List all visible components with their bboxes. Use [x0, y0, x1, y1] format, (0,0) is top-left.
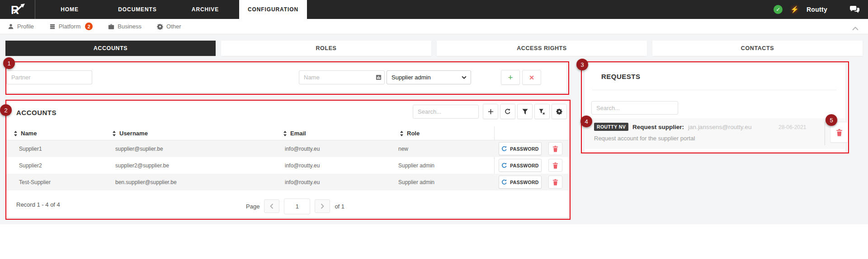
grid-icon[interactable]: [376, 74, 382, 80]
filter-button[interactable]: [517, 104, 533, 119]
cell-name: Supplier2: [19, 162, 42, 169]
sort-icon: [14, 131, 18, 136]
requests-search-input[interactable]: [591, 101, 678, 115]
config-subnav: Profile Platform 2 Business Other: [0, 19, 868, 34]
sort-icon: [112, 131, 116, 136]
tab-contacts[interactable]: CONTACTS: [652, 41, 863, 56]
column-header-name[interactable]: Name: [14, 126, 37, 140]
subnav-item-business[interactable]: Business: [108, 23, 142, 30]
filter-field-partner: [6, 70, 92, 84]
column-header-username[interactable]: Username: [112, 126, 148, 140]
password-refresh-icon: [501, 162, 507, 168]
delete-account-button[interactable]: [548, 159, 562, 172]
company-badge: ROUTTY NV: [594, 123, 628, 131]
cell-email: info@routty.eu: [285, 179, 320, 185]
password-refresh-icon: [501, 146, 507, 152]
clear-filter-button[interactable]: [534, 104, 550, 119]
accounts-table-body: Supplier1 supplier@suplier.be info@routt…: [6, 140, 569, 190]
prev-page-button[interactable]: [264, 199, 279, 213]
sort-icon: [283, 131, 287, 136]
tab-accounts[interactable]: ACCOUNTS: [5, 41, 216, 56]
topbar-status-cluster: ✓ ⚡ Routty: [774, 0, 860, 19]
account-filter-panel: Supplier admin + ✕: [6, 64, 566, 92]
cell-email: info@routty.eu: [285, 146, 320, 152]
cell-email: info@routty.eu: [285, 162, 320, 169]
column-header-role[interactable]: Role: [400, 126, 420, 140]
account-row-supplier2: Supplier2 supplier2@supplier.be info@rou…: [6, 157, 569, 174]
user-icon: [8, 23, 14, 30]
topnav-item-documents[interactable]: DOCUMENTS: [104, 0, 171, 19]
chevron-up-icon[interactable]: [852, 24, 859, 32]
account-row-supplier1: Supplier1 supplier@suplier.be info@routt…: [6, 140, 569, 157]
delete-request-button[interactable]: [830, 122, 848, 143]
sort-icon: [400, 131, 404, 136]
layers-icon: [49, 23, 56, 30]
reset-password-button[interactable]: PASSWORD: [499, 176, 542, 189]
accounts-search-input[interactable]: [413, 105, 479, 119]
request-date: 28-06-2021: [778, 124, 806, 130]
topnav-item-configuration[interactable]: CONFIGURATION: [239, 0, 307, 19]
reset-password-button[interactable]: PASSWORD: [499, 142, 542, 155]
trash-icon: [552, 162, 558, 169]
add-row-button[interactable]: [483, 104, 498, 119]
add-account-button[interactable]: +: [501, 70, 520, 85]
reset-password-button[interactable]: PASSWORD: [499, 159, 542, 172]
pagination: Page of 1: [246, 198, 344, 215]
request-divider: [825, 122, 825, 145]
gear-icon: [556, 108, 562, 115]
requests-title: REQUESTS: [601, 73, 641, 80]
page-number-input[interactable]: [284, 199, 310, 214]
accounts-panel: ACCOUNTS Name Username Email Role: [6, 101, 569, 217]
brand-label: Routty: [807, 6, 827, 13]
funnel-icon: [522, 109, 528, 115]
subnav-item-profile[interactable]: Profile: [8, 23, 34, 30]
plus-icon: [488, 109, 494, 115]
main-nav: HOMEDOCUMENTSARCHIVECONFIGURATION: [36, 0, 307, 19]
table-header-row: Name Username Email Role: [6, 126, 569, 140]
filter-field-input[interactable]: [6, 70, 92, 84]
trash-icon: [552, 179, 558, 185]
table-settings-button[interactable]: [552, 104, 567, 119]
role-select[interactable]: Supplier admin: [387, 70, 471, 84]
refresh-button[interactable]: [500, 104, 515, 119]
tab-roles[interactable]: ROLES: [221, 41, 431, 56]
next-page-button[interactable]: [315, 199, 330, 213]
plus-icon: +: [508, 73, 513, 83]
top-navigation-bar: R HOMEDOCUMENTSARCHIVECONFIGURATION ✓ ⚡ …: [0, 0, 868, 19]
subnav-item-platform[interactable]: Platform 2: [49, 23, 93, 30]
cell-username: ben.supplier@supplier.be: [115, 179, 177, 185]
column-header-email[interactable]: Email: [283, 126, 306, 140]
refresh-icon: [505, 108, 511, 115]
cell-role: Supplier admin: [398, 162, 434, 169]
filter-field-name: [299, 70, 385, 84]
delete-account-button[interactable]: [548, 176, 562, 189]
chevron-right-icon: [321, 204, 324, 209]
cell-username: supplier@suplier.be: [115, 146, 163, 152]
subnav-item-other[interactable]: Other: [157, 23, 181, 30]
status-check-icon[interactable]: ✓: [774, 5, 783, 14]
filter-field-input[interactable]: [299, 70, 385, 84]
topnav-item-home[interactable]: HOME: [36, 0, 104, 19]
requests-panel: REQUESTS ROUTTY NV Request supplier: jan…: [585, 63, 845, 153]
page-label: Page: [246, 203, 259, 210]
briefcase-icon: [108, 23, 114, 30]
chat-icon[interactable]: [849, 5, 860, 14]
delete-account-button[interactable]: [548, 142, 562, 155]
routty-logo-icon[interactable]: R: [0, 0, 35, 19]
accounts-title: ACCOUNTS: [16, 109, 57, 116]
trash-icon: [552, 145, 558, 152]
tab-access-rights[interactable]: ACCESS RIGHTS: [437, 41, 647, 56]
lightning-icon: ⚡: [790, 5, 799, 14]
cell-role: Supplier admin: [398, 179, 434, 185]
topnav-item-archive[interactable]: ARCHIVE: [171, 0, 239, 19]
platform-count-badge: 2: [85, 23, 93, 30]
request-description: Request account for the supplier portal: [594, 135, 695, 142]
clear-filter-button[interactable]: ✕: [522, 70, 541, 85]
section-tabs: ACCOUNTSROLESACCESS RIGHTSCONTACTS: [5, 41, 863, 56]
account-row-test-supplier: Test-Supplier ben.supplier@supplier.be i…: [6, 174, 569, 190]
page-of-label: of 1: [335, 203, 344, 210]
chevron-down-icon: [462, 76, 467, 79]
chevron-left-icon: [270, 204, 274, 209]
trash-icon: [836, 129, 843, 136]
request-email: jan.janssens@routty.eu: [688, 124, 751, 130]
